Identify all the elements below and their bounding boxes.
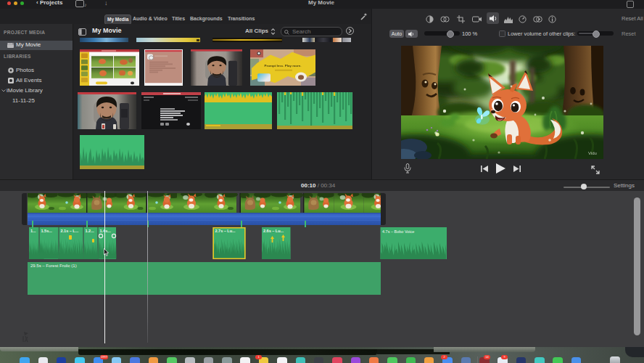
svg-text:2.1s – L...: 2.1s – L... (61, 229, 79, 233)
svg-text:1.4s...: 1.4s... (100, 229, 112, 233)
svg-text:Vidu: Vidu (588, 151, 597, 155)
svg-text:4.7s – Bobo Voice: 4.7s – Bobo Voice (382, 229, 414, 234)
svg-text:1.5s...: 1.5s... (41, 229, 53, 233)
svg-text:2.7s – Lu...: 2.7s – Lu... (215, 229, 236, 233)
svg-text:1...: 1... (30, 229, 36, 233)
svg-text:2.6s – Lu...: 2.6s – Lu... (263, 229, 284, 233)
svg-text:1.2...: 1.2... (86, 229, 95, 233)
